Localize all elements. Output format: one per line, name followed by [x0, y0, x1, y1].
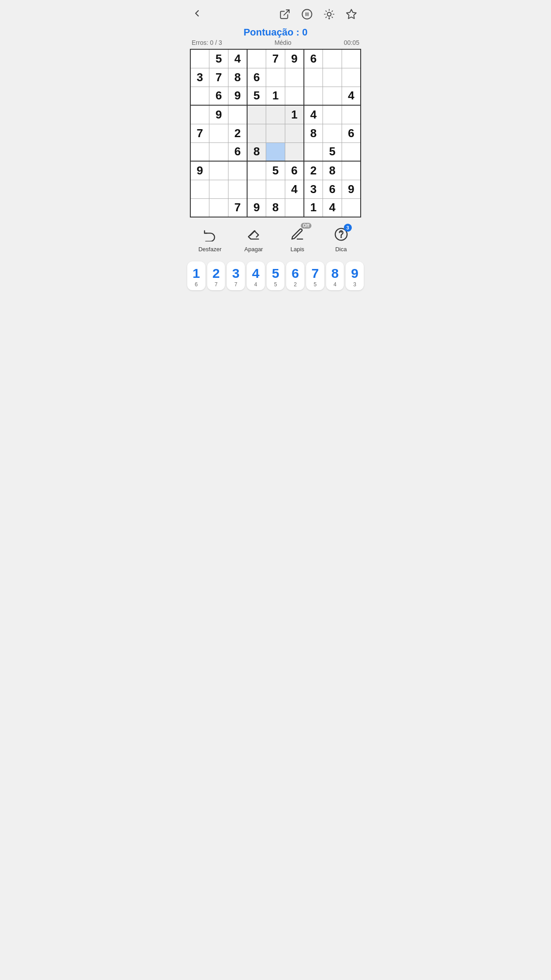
cell-8-4[interactable]: 8	[266, 198, 285, 217]
theme-icon[interactable]: A	[321, 6, 337, 22]
cell-0-6[interactable]: 6	[304, 49, 323, 68]
cell-3-4[interactable]	[266, 105, 285, 124]
cell-2-4[interactable]: 1	[266, 87, 285, 105]
cell-5-7[interactable]: 5	[323, 142, 342, 161]
cell-5-6[interactable]	[304, 142, 323, 161]
cell-3-6[interactable]: 4	[304, 105, 323, 124]
cell-6-7[interactable]: 8	[323, 161, 342, 180]
cell-0-5[interactable]: 9	[285, 49, 304, 68]
cell-7-6[interactable]: 3	[304, 180, 323, 198]
cell-3-7[interactable]	[323, 105, 342, 124]
cell-4-0[interactable]: 7	[190, 124, 209, 142]
cell-3-3[interactable]	[247, 105, 266, 124]
cell-4-8[interactable]: 6	[342, 124, 361, 142]
cell-5-0[interactable]	[190, 142, 209, 161]
cell-0-2[interactable]: 4	[228, 49, 247, 68]
cell-8-1[interactable]	[209, 198, 228, 217]
cell-1-2[interactable]: 8	[228, 68, 247, 87]
cell-1-7[interactable]	[323, 68, 342, 87]
cell-0-1[interactable]: 5	[209, 49, 228, 68]
cell-5-3[interactable]: 8	[247, 142, 266, 161]
cell-4-7[interactable]	[323, 124, 342, 142]
cell-1-3[interactable]: 6	[247, 68, 266, 87]
numpad-btn-9[interactable]: 93	[346, 261, 364, 290]
cell-3-5[interactable]: 1	[285, 105, 304, 124]
cell-7-4[interactable]	[266, 180, 285, 198]
cell-1-4[interactable]	[266, 68, 285, 87]
cell-8-0[interactable]	[190, 198, 209, 217]
cell-3-1[interactable]: 9	[209, 105, 228, 124]
cell-7-2[interactable]	[228, 180, 247, 198]
cell-6-0[interactable]: 9	[190, 161, 209, 180]
cell-6-6[interactable]: 2	[304, 161, 323, 180]
cell-4-3[interactable]	[247, 124, 266, 142]
cell-2-5[interactable]	[285, 87, 304, 105]
cell-2-6[interactable]	[304, 87, 323, 105]
cell-7-1[interactable]	[209, 180, 228, 198]
cell-7-5[interactable]: 4	[285, 180, 304, 198]
numpad-btn-7[interactable]: 75	[306, 261, 324, 290]
cell-8-6[interactable]: 1	[304, 198, 323, 217]
numpad-btn-8[interactable]: 84	[326, 261, 344, 290]
cell-6-3[interactable]	[247, 161, 266, 180]
erase-button[interactable]: Apagar	[238, 225, 269, 253]
cell-7-7[interactable]: 6	[323, 180, 342, 198]
cell-3-0[interactable]	[190, 105, 209, 124]
cell-6-2[interactable]	[228, 161, 247, 180]
cell-7-0[interactable]	[190, 180, 209, 198]
cell-0-0[interactable]	[190, 49, 209, 68]
pause-icon[interactable]	[299, 6, 315, 22]
hint-button[interactable]: 3 Dica	[326, 225, 357, 253]
pencil-button[interactable]: Off Lapis	[282, 225, 313, 253]
cell-6-4[interactable]: 5	[266, 161, 285, 180]
cell-4-2[interactable]: 2	[228, 124, 247, 142]
cell-1-6[interactable]	[304, 68, 323, 87]
cell-2-0[interactable]	[190, 87, 209, 105]
cell-8-8[interactable]	[342, 198, 361, 217]
cell-4-1[interactable]	[209, 124, 228, 142]
cell-1-1[interactable]: 7	[209, 68, 228, 87]
undo-button[interactable]: Desfazer	[194, 225, 225, 253]
numpad-btn-5[interactable]: 55	[267, 261, 285, 290]
cell-2-3[interactable]: 5	[247, 87, 266, 105]
cell-1-8[interactable]	[342, 68, 361, 87]
cell-2-7[interactable]	[323, 87, 342, 105]
cell-2-1[interactable]: 6	[209, 87, 228, 105]
cell-0-7[interactable]	[323, 49, 342, 68]
cell-8-5[interactable]	[285, 198, 304, 217]
cell-6-8[interactable]	[342, 161, 361, 180]
cell-6-5[interactable]: 6	[285, 161, 304, 180]
timer-label: 00:05	[344, 39, 359, 46]
cell-7-3[interactable]	[247, 180, 266, 198]
cell-0-8[interactable]	[342, 49, 361, 68]
cell-5-1[interactable]	[209, 142, 228, 161]
cell-8-3[interactable]: 9	[247, 198, 266, 217]
cell-4-6[interactable]: 8	[304, 124, 323, 142]
cell-3-8[interactable]	[342, 105, 361, 124]
cell-2-8[interactable]: 4	[342, 87, 361, 105]
numpad-btn-2[interactable]: 27	[207, 261, 225, 290]
cell-1-5[interactable]	[285, 68, 304, 87]
cell-8-2[interactable]: 7	[228, 198, 247, 217]
numpad-btn-4[interactable]: 44	[247, 261, 265, 290]
cell-5-4[interactable]	[266, 142, 285, 161]
cell-0-3[interactable]	[247, 49, 266, 68]
cell-5-8[interactable]	[342, 142, 361, 161]
numpad-btn-6[interactable]: 62	[286, 261, 304, 290]
share-icon[interactable]	[277, 6, 293, 22]
numpad-btn-1[interactable]: 16	[187, 261, 205, 290]
cell-5-5[interactable]	[285, 142, 304, 161]
back-button[interactable]	[192, 8, 202, 20]
cell-8-7[interactable]: 4	[323, 198, 342, 217]
cell-0-4[interactable]: 7	[266, 49, 285, 68]
numpad-btn-3[interactable]: 37	[227, 261, 245, 290]
cell-4-5[interactable]	[285, 124, 304, 142]
cell-2-2[interactable]: 9	[228, 87, 247, 105]
cell-4-4[interactable]	[266, 124, 285, 142]
cell-1-0[interactable]: 3	[190, 68, 209, 87]
cell-3-2[interactable]	[228, 105, 247, 124]
cell-6-1[interactable]	[209, 161, 228, 180]
cell-7-8[interactable]: 9	[342, 180, 361, 198]
settings-icon[interactable]	[343, 6, 359, 22]
cell-5-2[interactable]: 6	[228, 142, 247, 161]
